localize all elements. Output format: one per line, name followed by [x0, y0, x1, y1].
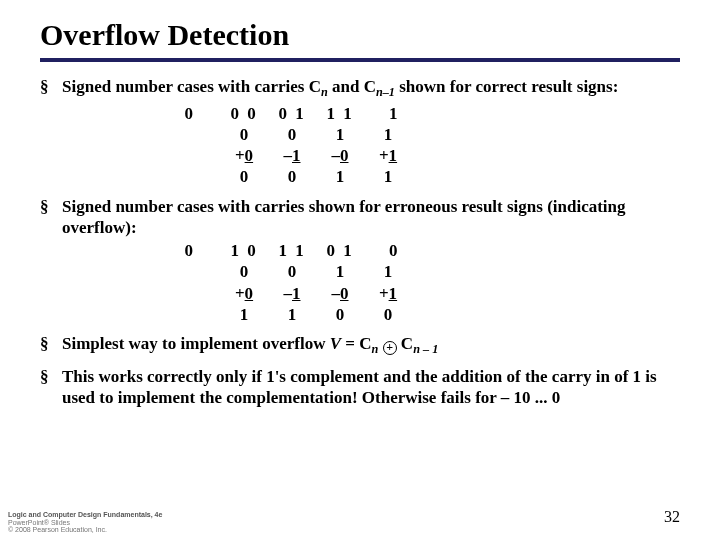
ta-b3: –0: [316, 145, 364, 166]
title-rule: [40, 58, 680, 62]
tb-c0: 0: [172, 240, 220, 261]
tb-b2: –1: [268, 283, 316, 304]
tb-b3v: 0: [340, 284, 349, 303]
xor-icon: +: [383, 341, 397, 355]
tb-b2v: 1: [292, 284, 301, 303]
tb-a0: [172, 261, 220, 282]
b1-Cnm1-C: C: [364, 77, 376, 96]
ta-b3v: 0: [340, 146, 349, 165]
b1-Cn-C: C: [309, 77, 321, 96]
ta-s2: 0: [268, 166, 316, 187]
ta-b2: –1: [268, 145, 316, 166]
b1-text-a: Signed number cases with carries: [62, 77, 309, 96]
tb-c1: 1 0: [220, 240, 268, 261]
b4-text: This works correctly only if 1's complem…: [62, 367, 657, 407]
ta-b4: +1: [364, 145, 412, 166]
tb-b4v: 1: [389, 284, 398, 303]
b3-eq: =: [341, 334, 359, 353]
b3-text-a: Simplest way to implement overflow: [62, 334, 330, 353]
ta-b4v: 1: [389, 146, 398, 165]
b3-Cnm1-sub: n – 1: [413, 343, 438, 357]
b1-text-e: shown for correct result signs:: [395, 77, 618, 96]
tb-c2: 1 1: [268, 240, 316, 261]
footer-l1: Logic and Computer Design Fundamentals, …: [8, 511, 162, 519]
b1-text-c: and: [328, 77, 364, 96]
page-number: 32: [664, 508, 680, 526]
ta-c0: 0: [172, 103, 220, 124]
footer-credits: Logic and Computer Design Fundamentals, …: [8, 511, 162, 534]
ta-b1v: 0: [245, 146, 254, 165]
b3-V: V: [330, 334, 341, 353]
ta-b2s: –: [284, 146, 293, 165]
tb-b3: –0: [316, 283, 364, 304]
table-correct: 0 0 0 0 1 1 1 1 0 0 1 1 +0 –1: [62, 103, 680, 188]
ta-s4: 1: [364, 166, 412, 187]
footer-l2: PowerPoint® Slides: [8, 519, 162, 527]
tb-b1v: 0: [245, 284, 254, 303]
tb-s4: 0: [364, 304, 412, 325]
b3-Cn-n: n: [372, 343, 379, 357]
tb-c3: 0 1: [316, 240, 364, 261]
bullet-caveat: This works correctly only if 1's complem…: [40, 366, 680, 409]
tb-a3: 1: [316, 261, 364, 282]
ta-c2: 0 1: [268, 103, 316, 124]
b1-Cn-n: n: [321, 85, 328, 99]
ta-c3: 1 1: [316, 103, 364, 124]
ta-s0: [172, 166, 220, 187]
tb-c4: 0: [364, 240, 412, 261]
tb-b2s: –: [284, 284, 293, 303]
tb-b3s: –: [332, 284, 341, 303]
table-overflow: 0 1 0 1 1 0 1 0 0 0 1 1 +0 –1: [62, 240, 680, 325]
tb-b1: +0: [220, 283, 268, 304]
b3-Cnm1-C: C: [401, 334, 413, 353]
bullet-overflow-cases: Signed number cases with carries shown f…: [40, 196, 680, 326]
tb-b4: +1: [364, 283, 412, 304]
ta-b3s: –: [332, 146, 341, 165]
tb-s0: [172, 304, 220, 325]
ta-s3: 1: [316, 166, 364, 187]
slide-title: Overflow Detection: [40, 18, 680, 52]
tb-s2: 1: [268, 304, 316, 325]
tb-s3: 0: [316, 304, 364, 325]
ta-c1: 0 0: [220, 103, 268, 124]
footer-l3: © 2008 Pearson Education, Inc.: [8, 526, 162, 534]
bullet-formula: Simplest way to implement overflow V = C…: [40, 333, 680, 358]
tb-b1s: +: [235, 284, 245, 303]
ta-c4: 1: [364, 103, 412, 124]
tb-b0: [172, 283, 220, 304]
tb-s1: 1: [220, 304, 268, 325]
ta-a1: 0: [220, 124, 268, 145]
ta-b2v: 1: [292, 146, 301, 165]
b3-Cn-C: C: [359, 334, 371, 353]
b2-text: Signed number cases with carries shown f…: [62, 197, 626, 237]
ta-a3: 1: [316, 124, 364, 145]
ta-a4: 1: [364, 124, 412, 145]
ta-s1: 0: [220, 166, 268, 187]
ta-b0: [172, 145, 220, 166]
ta-a0: [172, 124, 220, 145]
tb-a2: 0: [268, 261, 316, 282]
bullet-correct-cases: Signed number cases with carries Cn and …: [40, 76, 680, 188]
ta-b4s: +: [379, 146, 389, 165]
tb-a4: 1: [364, 261, 412, 282]
tb-a1: 0: [220, 261, 268, 282]
ta-b1s: +: [235, 146, 245, 165]
tb-b4s: +: [379, 284, 389, 303]
b1-Cnm1-sub: n–1: [376, 85, 395, 99]
ta-a2: 0: [268, 124, 316, 145]
ta-b1: +0: [220, 145, 268, 166]
